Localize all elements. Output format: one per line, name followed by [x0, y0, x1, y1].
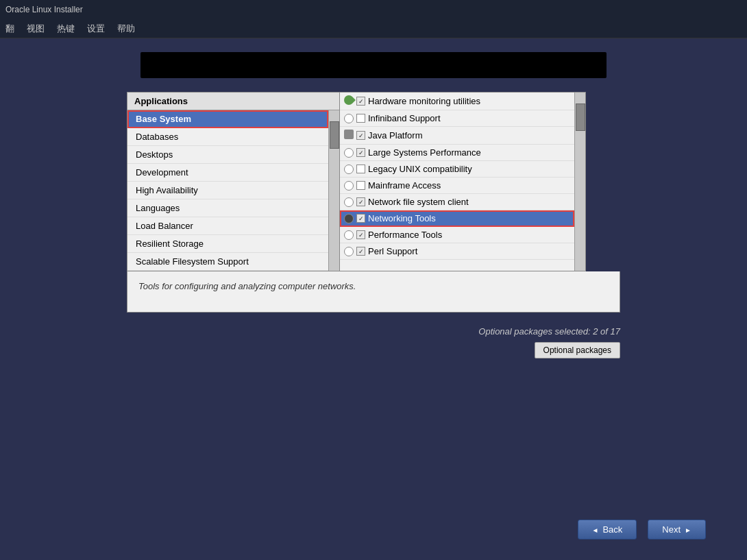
left-scroll-thumb[interactable]: [330, 121, 339, 149]
right-scrollbar[interactable]: [574, 93, 585, 271]
left-list-item-8[interactable]: Scalable Filesystem Support: [127, 253, 328, 271]
right-scroll-thumb[interactable]: [576, 104, 585, 131]
right-item-icon-8: [344, 230, 354, 240]
menu-item-3[interactable]: 设置: [87, 23, 105, 35]
menu-item-4[interactable]: 帮助: [117, 23, 135, 35]
right-list-item-1[interactable]: Infiniband Support: [340, 110, 574, 127]
right-item-checkbox-6[interactable]: ✓: [356, 197, 365, 206]
menu-item-1[interactable]: 视图: [27, 23, 45, 35]
left-panel-header: Applications: [127, 93, 339, 110]
left-list-item-2[interactable]: Desktops: [127, 146, 328, 164]
left-list-item-6[interactable]: Load Balancer: [127, 217, 328, 235]
left-panel-inner: Base SystemDatabasesDesktopsDevelopmentH…: [127, 110, 339, 271]
nav-buttons: Back Next: [578, 520, 706, 539]
next-arrow-icon: [685, 524, 691, 535]
back-button[interactable]: Back: [578, 520, 637, 539]
right-item-icon-1: [344, 114, 354, 123]
right-item-icon-2: [344, 130, 354, 141]
right-item-label-5: Mainframe Access: [368, 180, 441, 191]
right-list-item-9[interactable]: ✓Perl Support: [340, 243, 574, 260]
back-arrow-icon: [592, 524, 599, 535]
description-area: Tools for configuring and analyzing comp…: [127, 271, 620, 313]
right-item-label-8: Performance Tools: [368, 230, 442, 240]
title-bar-text: Oracle Linux Installer: [5, 5, 83, 14]
right-item-checkbox-1[interactable]: [356, 114, 365, 123]
right-item-checkbox-2[interactable]: ✓: [356, 131, 365, 140]
left-list: Base SystemDatabasesDesktopsDevelopmentH…: [127, 110, 328, 271]
right-item-checkbox-8[interactable]: ✓: [356, 230, 365, 239]
right-list-item-2[interactable]: ✓Java Platform: [340, 127, 574, 145]
right-item-checkbox-9[interactable]: ✓: [356, 247, 365, 256]
left-list-item-4[interactable]: High Availability: [127, 182, 328, 199]
right-item-icon-4: [344, 165, 354, 174]
back-label: Back: [602, 524, 622, 535]
next-label: Next: [662, 524, 681, 535]
left-list-item-3[interactable]: Development: [127, 164, 328, 182]
header-bar: [140, 52, 607, 78]
bottom-area: Optional packages selected: 2 of 17 Opti…: [127, 326, 620, 358]
next-button[interactable]: Next: [648, 520, 706, 539]
right-list-item-3[interactable]: ✓Large Systems Performance: [340, 145, 574, 161]
right-item-checkbox-0[interactable]: ✓: [356, 97, 365, 106]
right-item-label-2: Java Platform: [368, 130, 422, 141]
right-item-checkbox-4[interactable]: [356, 165, 365, 173]
right-item-label-6: Network file system client: [368, 197, 469, 207]
main-content: Applications Base SystemDatabasesDesktop…: [0, 38, 747, 560]
right-list-item-8[interactable]: ✓Performance Tools: [340, 227, 574, 243]
right-list-item-5[interactable]: Mainframe Access: [340, 178, 574, 194]
right-item-label-9: Perl Support: [368, 246, 417, 256]
right-item-icon-9: [344, 247, 354, 256]
left-list-item-0[interactable]: Base System: [127, 110, 328, 128]
right-item-label-4: Legacy UNIX compatibility: [368, 164, 472, 174]
left-list-item-7[interactable]: Resilient Storage: [127, 235, 328, 253]
right-item-icon-5: [344, 181, 354, 191]
right-item-label-3: Large Systems Performance: [368, 147, 481, 158]
right-list-item-0[interactable]: ✓Hardware monitoring utilities: [340, 93, 574, 110]
left-scrollbar[interactable]: [328, 110, 339, 271]
right-item-icon-6: [344, 197, 354, 207]
right-panel: ✓Hardware monitoring utilitiesInfiniband…: [339, 92, 586, 271]
right-item-checkbox-5[interactable]: [356, 181, 365, 190]
right-item-label-0: Hardware monitoring utilities: [368, 96, 480, 106]
right-item-icon-7: [344, 214, 354, 223]
right-list-item-7[interactable]: ✓Networking Tools: [340, 210, 574, 227]
description-text: Tools for configuring and analyzing comp…: [138, 281, 356, 291]
left-list-item-5[interactable]: Languages: [127, 199, 328, 217]
package-area: Applications Base SystemDatabasesDesktop…: [127, 92, 620, 271]
right-list: ✓Hardware monitoring utilitiesInfiniband…: [340, 93, 574, 271]
menu-item-2[interactable]: 热键: [57, 23, 75, 35]
right-item-checkbox-7[interactable]: ✓: [356, 214, 365, 223]
right-item-icon-3: [344, 148, 354, 158]
right-item-checkbox-3[interactable]: ✓: [356, 148, 365, 157]
optional-packages-button[interactable]: Optional packages: [535, 342, 620, 358]
title-bar: Oracle Linux Installer: [0, 0, 747, 19]
menu-bar: 翻 视图 热键 设置 帮助: [0, 19, 747, 38]
right-item-label-7: Networking Tools: [368, 213, 436, 223]
right-item-label-1: Infiniband Support: [368, 113, 441, 123]
left-panel: Applications Base SystemDatabasesDesktop…: [127, 92, 339, 271]
right-list-item-4[interactable]: Legacy UNIX compatibility: [340, 161, 574, 178]
right-list-item-6[interactable]: ✓Network file system client: [340, 194, 574, 210]
menu-item-0[interactable]: 翻: [5, 23, 14, 35]
right-item-icon-0: [344, 95, 354, 107]
left-list-item-1[interactable]: Databases: [127, 128, 328, 146]
optional-count: Optional packages selected: 2 of 17: [478, 326, 620, 337]
